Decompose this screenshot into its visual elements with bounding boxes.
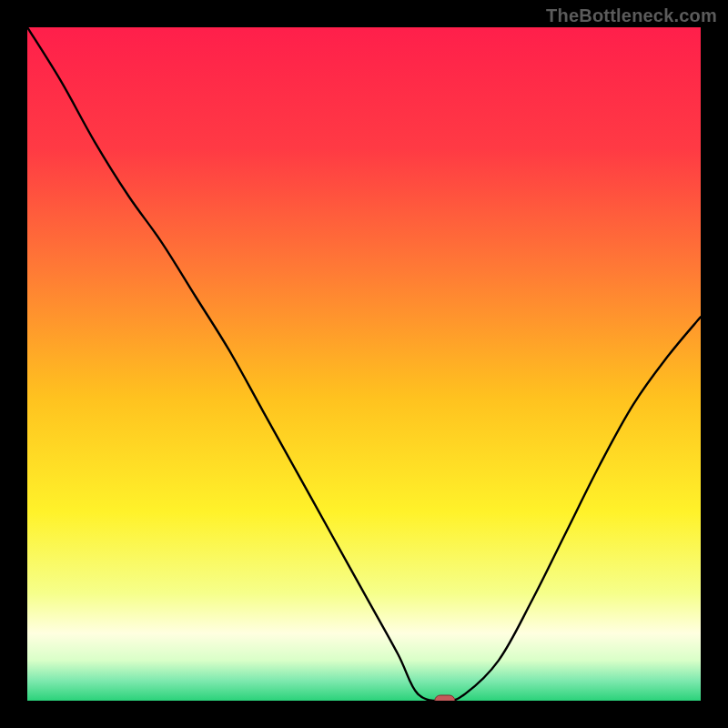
chart-frame: TheBottleneck.com (0, 0, 728, 728)
bottleneck-curve-chart (27, 27, 701, 701)
optimal-point-marker (435, 695, 455, 701)
watermark-text: TheBottleneck.com (546, 5, 717, 26)
plot-area (27, 27, 701, 701)
gradient-background (27, 27, 701, 701)
